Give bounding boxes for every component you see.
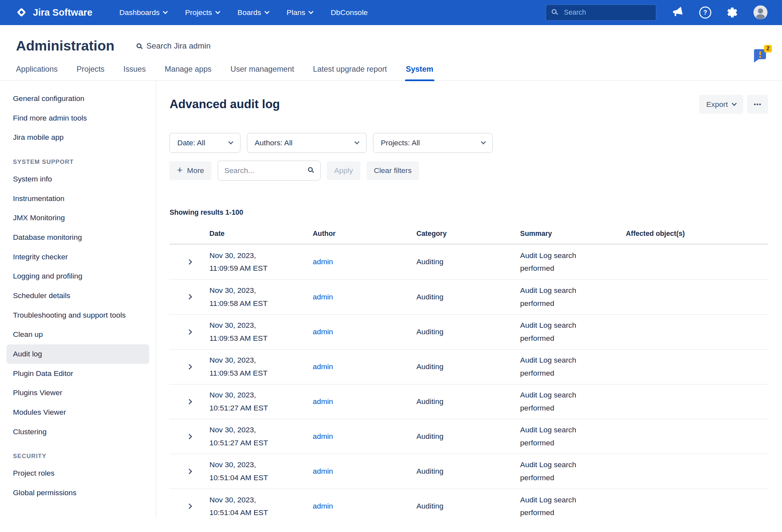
nav-item-boards[interactable]: Boards (238, 8, 269, 17)
expand-row-chevron-icon[interactable] (187, 364, 192, 369)
table-row: Nov 30, 2023, 11:09:58 AM EST admin Audi… (170, 280, 768, 314)
jira-logo-icon (15, 6, 28, 19)
expand-row-chevron-icon[interactable] (187, 259, 192, 265)
sidebar-item-scheduler-details[interactable]: Scheduler details (6, 286, 149, 306)
expand-cell (170, 504, 209, 508)
filter-search (218, 161, 321, 180)
date-filter-select[interactable]: Date: All (170, 133, 240, 153)
column-header-category: Category (417, 230, 520, 238)
sidebar-item-plugin-data-editor[interactable]: Plugin Data Editor (6, 364, 149, 384)
chevron-down-icon (215, 9, 220, 14)
announcement-icon[interactable] (671, 6, 684, 19)
row-summary: Audit Log search performed (520, 284, 626, 310)
author-link[interactable]: admin (313, 467, 333, 475)
export-button[interactable]: Export (699, 95, 744, 114)
sidebar-item-logging-and-profiling[interactable]: Logging and profiling (6, 267, 149, 286)
table-row: Nov 30, 2023, 10:51:04 AM EST admin Audi… (170, 489, 768, 518)
apply-button[interactable]: Apply (327, 161, 360, 180)
row-summary: Audit Log search performed (520, 494, 626, 518)
nav-item-dbconsole[interactable]: DbConsole (331, 8, 367, 17)
tab-manage-apps[interactable]: Manage apps (164, 61, 212, 81)
sidebar-item-audit-log[interactable]: Audit log (6, 344, 149, 364)
expand-row-chevron-icon[interactable] (187, 434, 192, 439)
sidebar-item-modules-viewer[interactable]: Modules Viewer (6, 403, 149, 422)
nav-item-label: DbConsole (331, 8, 367, 17)
sidebar-item-clean-up[interactable]: Clean up (6, 325, 149, 344)
expand-row-chevron-icon[interactable] (187, 469, 192, 474)
results-summary: Showing results 1-100 (170, 209, 768, 217)
tab-latest-upgrade-report[interactable]: Latest upgrade report (312, 61, 388, 81)
nav-search (546, 5, 656, 21)
table-body: Nov 30, 2023, 11:09:59 AM EST admin Audi… (170, 245, 768, 518)
tab-applications[interactable]: Applications (15, 61, 59, 81)
sidebar-item-troubleshooting-and-support-tools[interactable]: Troubleshooting and support tools (6, 305, 149, 325)
expand-row-chevron-icon[interactable] (187, 329, 192, 334)
jira-admin-page: Jira Software Dashboards Projects Boards… (0, 0, 782, 532)
row-summary: Audit Log search performed (520, 389, 626, 415)
author-link[interactable]: admin (313, 327, 333, 336)
user-avatar[interactable] (753, 5, 768, 20)
more-actions-button[interactable]: ••• (747, 95, 768, 114)
row-summary: Audit Log search performed (520, 319, 626, 345)
projects-filter-label: Projects: All (381, 138, 420, 147)
row-date: Nov 30, 2023, 10:51:27 AM EST (210, 424, 313, 450)
help-icon[interactable]: ? (699, 6, 711, 19)
tab-system[interactable]: System (405, 61, 434, 81)
row-category: Auditing (417, 255, 520, 269)
sidebar-item-find-more-admin-tools[interactable]: Find more admin tools (6, 108, 149, 128)
nav-search-input[interactable] (546, 5, 656, 21)
more-actions-icon: ••• (754, 101, 761, 108)
tab-user-management[interactable]: User management (229, 61, 295, 81)
main-header: Advanced audit log Export ••• (170, 95, 768, 114)
nav-item-plans[interactable]: Plans (287, 8, 313, 17)
sidebar-item-plugins-viewer[interactable]: Plugins Viewer (6, 383, 149, 403)
chevron-down-icon (264, 9, 270, 14)
expand-row-chevron-icon[interactable] (187, 294, 192, 300)
tab-issues[interactable]: Issues (122, 61, 147, 81)
author-link[interactable]: admin (313, 502, 333, 510)
sidebar-item-jira-mobile-app[interactable]: Jira mobile app (6, 128, 149, 147)
author-link[interactable]: admin (313, 362, 333, 371)
plus-icon: + (177, 166, 182, 175)
row-category: Auditing (417, 395, 520, 408)
sidebar-item-jmx-monitoring[interactable]: JMX Monitoring (6, 208, 149, 228)
search-icon (308, 167, 313, 172)
settings-gear-icon[interactable] (726, 6, 738, 19)
nav-item-projects[interactable]: Projects (185, 8, 220, 17)
row-category: Auditing (417, 325, 520, 339)
author-link[interactable]: admin (313, 397, 333, 405)
sidebar-item-project-roles[interactable]: Project roles (6, 464, 149, 483)
projects-filter-select[interactable]: Projects: All (373, 133, 493, 153)
sidebar-item-system-info[interactable]: System info (6, 169, 149, 189)
chevron-down-icon (732, 101, 736, 106)
expand-row-chevron-icon[interactable] (187, 504, 192, 509)
feedback-widget[interactable]: 2 (752, 48, 768, 66)
expand-cell (170, 295, 209, 299)
filter-search-input[interactable] (218, 161, 321, 180)
tab-projects[interactable]: Projects (76, 61, 106, 81)
row-category: Auditing (417, 360, 520, 374)
authors-filter-select[interactable]: Authors: All (247, 133, 366, 153)
expand-cell (170, 260, 209, 264)
nav-item-label: Plans (287, 8, 305, 17)
admin-search-link[interactable]: Search Jira admin (137, 41, 211, 50)
row-date: Nov 30, 2023, 11:09:53 AM EST (210, 319, 313, 345)
sidebar-item-clustering[interactable]: Clustering (6, 422, 149, 442)
clear-filters-button[interactable]: Clear filters (366, 161, 419, 180)
admin-tab-bar: ApplicationsProjectsIssuesManage appsUse… (0, 61, 782, 81)
author-link[interactable]: admin (313, 257, 333, 266)
author-link[interactable]: admin (313, 432, 333, 440)
sidebar-item-integrity-checker[interactable]: Integrity checker (6, 247, 149, 267)
sidebar-item-instrumentation[interactable]: Instrumentation (6, 189, 149, 208)
nav-item-dashboards[interactable]: Dashboards (119, 8, 167, 17)
row-summary: Audit Log search performed (520, 354, 626, 380)
sidebar-item-global-permissions[interactable]: Global permissions (6, 483, 149, 503)
jira-logo[interactable]: Jira Software (15, 6, 93, 19)
more-filters-button[interactable]: + More (170, 161, 211, 180)
expand-row-chevron-icon[interactable] (187, 399, 192, 404)
date-filter-label: Date: All (177, 138, 205, 147)
sidebar-item-general-configuration[interactable]: General configuration (6, 89, 149, 108)
author-link[interactable]: admin (313, 292, 333, 301)
table-row: Nov 30, 2023, 10:51:04 AM EST admin Audi… (170, 454, 768, 489)
sidebar-item-database-monitoring[interactable]: Database monitoring (6, 228, 149, 247)
